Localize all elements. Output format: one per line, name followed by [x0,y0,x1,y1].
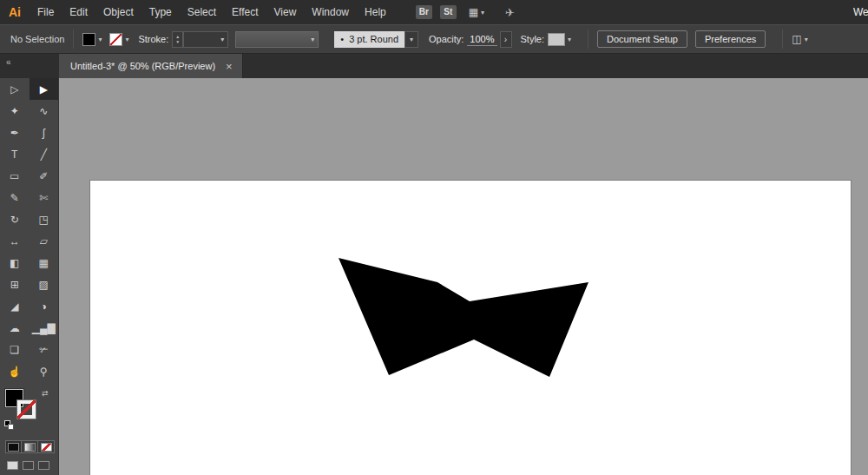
artboard-icon: ❏ [10,345,19,355]
canvas-area[interactable] [59,78,868,475]
menu-select[interactable]: Select [180,0,224,24]
workspace-switcher-label[interactable]: We [853,6,868,18]
variable-width-profile-dropdown[interactable]: ▾ [235,31,319,48]
opacity-label: Opacity: [429,34,464,44]
brush-definition-chevron[interactable]: ▾ [404,31,418,48]
type-tool[interactable]: T [0,143,30,165]
selection-status: No Selection [10,34,64,44]
tab-close-icon[interactable]: × [226,61,233,72]
width-tool[interactable]: ↔ [0,230,30,252]
zoom-tool[interactable]: ⚲ [30,360,59,382]
curvature-tool[interactable]: ʃ [30,122,59,143]
gradient-tool[interactable]: ▨ [30,274,59,295]
artboard[interactable] [89,180,852,475]
gradient-icon: ▨ [39,280,49,290]
menu-window[interactable]: Window [304,0,357,24]
line-segment-tool[interactable]: ╱ [30,143,59,165]
opacity-value[interactable]: 100% [467,33,496,46]
hand-tool[interactable]: ☝ [0,360,30,382]
stroke-label: Stroke: [138,34,168,44]
opacity-options-button[interactable]: › [500,31,512,48]
column-graph-tool[interactable]: ▁▄▇ [30,317,59,339]
default-fill-stroke-icon[interactable] [4,420,16,432]
menu-help[interactable]: Help [357,0,394,24]
share-icon[interactable]: ✈ [505,6,515,19]
magic-wand-icon: ✦ [10,106,19,116]
rectangle-icon: ▭ [10,171,19,181]
draw-normal-button[interactable] [7,461,18,470]
pencil-tool[interactable]: ✎ [0,187,30,208]
symbol-sprayer-tool[interactable]: ☁ [0,317,30,339]
magic-wand-tool[interactable]: ✦ [0,100,30,122]
direct-selection-tool[interactable]: ▶ [30,78,59,100]
menu-view[interactable]: View [266,0,305,24]
brush-dot-icon: • [340,34,344,44]
width-icon: ↔ [10,236,20,247]
pen-icon: ✒ [10,128,19,138]
bridge-button[interactable]: Br [416,5,432,19]
draw-mode-buttons [7,461,58,470]
menu-file[interactable]: File [30,0,62,24]
none-button[interactable] [38,440,55,453]
menu-edit[interactable]: Edit [62,0,95,24]
document-tab[interactable]: Untitled-3* @ 50% (RGB/Preview) × [59,54,243,78]
stock-button[interactable]: St [440,5,457,19]
pen-tool[interactable]: ✒ [0,122,30,143]
slice-tool[interactable]: ✃ [30,339,59,360]
tools-panel: ▷ ▶ ✦ ∿ ✒ ʃ T ╱ ▭ ✐ ✎ ✄ ↻ ◳ ↔ ▱ ◧ ▦ ⊞ ▨ … [0,78,59,475]
rotate-tool[interactable]: ↻ [0,208,30,230]
scissors-tool[interactable]: ✄ [30,187,59,208]
blend-tool[interactable]: ◑ [30,295,59,317]
scale-tool[interactable]: ◳ [30,208,59,230]
mesh-icon: ⊞ [10,280,19,290]
color-button[interactable] [5,440,22,453]
selection-icon: ▷ [10,84,18,95]
draw-inside-button[interactable] [38,461,49,470]
preferences-button[interactable]: Preferences [695,30,766,48]
paintbrush-tool[interactable]: ✐ [30,165,59,187]
arrange-documents-icon[interactable]: ◫ [792,33,801,45]
draw-behind-button[interactable] [23,461,34,470]
lasso-tool[interactable]: ∿ [30,100,59,122]
hand-icon: ☝ [8,366,21,377]
rectangle-tool[interactable]: ▭ [0,165,30,187]
scissors-icon: ✄ [39,193,48,203]
illustrator-logo: Ai [0,5,30,19]
stroke-width-dropdown[interactable]: ▾ [183,31,228,48]
menu-type[interactable]: Type [141,0,180,24]
graphic-style-dropdown[interactable]: ▾ [548,33,571,46]
fill-color-dropdown[interactable]: ▾ [82,33,102,46]
free-transform-tool[interactable]: ▱ [30,230,59,252]
stepper-down-icon[interactable]: ▼ [175,39,180,44]
stroke-width-stepper[interactable]: ▲ ▼ [172,31,183,48]
shape-builder-icon: ◧ [10,258,19,268]
menu-effect[interactable]: Effect [224,0,266,24]
gradient-button[interactable] [22,440,38,453]
mesh-tool[interactable]: ⊞ [0,274,30,295]
artboard-tool[interactable]: ❏ [0,339,30,360]
divider [588,30,589,49]
brush-definition-dropdown[interactable]: • 3 pt. Round ▾ [334,31,418,48]
workspace-layout-icon[interactable]: ▦ [469,6,478,18]
chevron-right-icon: › [504,35,507,44]
selection-tool[interactable]: ▷ [0,78,30,100]
perspective-grid-tool[interactable]: ▦ [30,252,59,274]
toolbar-collapse-button[interactable]: « [0,54,59,78]
curvature-icon: ʃ [43,128,45,138]
stroke-color-dropdown[interactable]: ▾ [109,33,128,46]
stroke-color-selector[interactable] [17,400,36,419]
gradient-mode-icon [25,444,35,451]
eyedropper-tool[interactable]: ◢ [0,295,30,317]
chevron-down-icon: ▾ [410,36,413,43]
chevron-down-icon: ▾ [311,36,314,43]
none-mode-icon [42,444,51,451]
color-mode-buttons [5,440,58,453]
brush-definition-field[interactable]: • 3 pt. Round [334,31,404,48]
swap-fill-stroke-icon[interactable]: ⇄ [42,389,49,398]
chevron-down-icon[interactable]: ▾ [805,36,808,43]
chevron-down-icon[interactable]: ▾ [481,9,484,16]
line-segment-icon: ╱ [41,149,47,160]
menu-object[interactable]: Object [95,0,141,24]
document-setup-button[interactable]: Document Setup [597,30,687,48]
shape-builder-tool[interactable]: ◧ [0,252,30,274]
